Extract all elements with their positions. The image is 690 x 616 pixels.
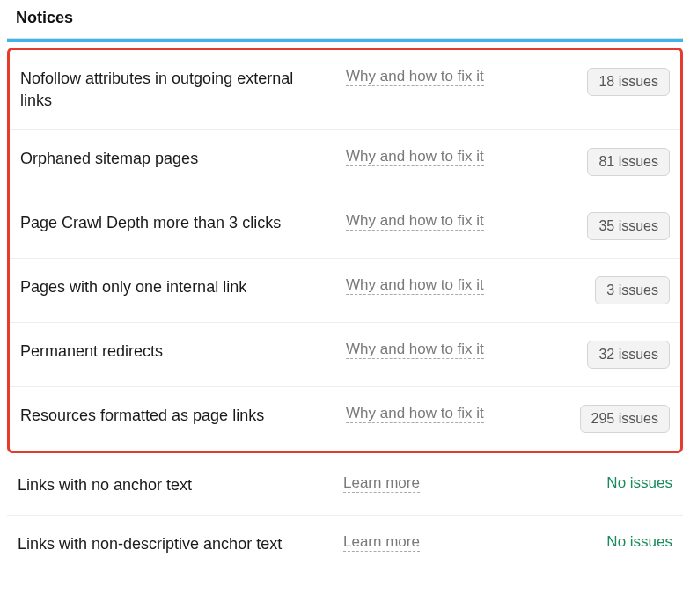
issue-title[interactable]: Nofollow attributes in outgoing external… [20,68,346,112]
issue-count-badge[interactable]: 81 issues [587,148,670,176]
help-link[interactable]: Learn more [343,474,537,492]
help-link[interactable]: Why and how to fix it [346,68,540,85]
issue-title[interactable]: Orphaned sitemap pages [20,148,346,170]
issue-title[interactable]: Pages with only one internal link [20,276,346,298]
help-link[interactable]: Learn more [343,533,537,551]
section-title: Notices [7,9,683,39]
issue-title[interactable]: Permanent redirects [20,341,346,363]
issue-count-badge[interactable]: 18 issues [587,68,670,96]
no-issues-label: No issues [606,474,672,492]
highlighted-issues-box: Nofollow attributes in outgoing external… [7,48,683,453]
issue-row: Links with non-descriptive anchor text L… [7,516,683,573]
issue-row: Resources formatted as page links Why an… [10,387,680,451]
help-link[interactable]: Why and how to fix it [346,405,540,422]
issue-count-badge[interactable]: 3 issues [595,276,670,304]
help-link[interactable]: Why and how to fix it [346,212,540,230]
help-link[interactable]: Why and how to fix it [346,276,540,294]
help-link[interactable]: Why and how to fix it [346,148,540,165]
issue-count-badge[interactable]: 35 issues [587,212,670,240]
issue-count-badge[interactable]: 32 issues [587,341,670,369]
issue-row: Pages with only one internal link Why an… [10,259,680,323]
issue-row: Permanent redirects Why and how to fix i… [10,323,680,387]
accent-bar [7,39,683,42]
issue-title[interactable]: Page Crawl Depth more than 3 clicks [20,212,346,234]
issue-title[interactable]: Links with no anchor text [18,474,343,496]
no-issues-list: Links with no anchor text Learn more No … [7,457,683,572]
issue-title[interactable]: Resources formatted as page links [20,405,346,427]
no-issues-label: No issues [606,533,672,551]
issue-row: Page Crawl Depth more than 3 clicks Why … [10,194,680,259]
issue-row: Nofollow attributes in outgoing external… [10,50,680,130]
issue-title[interactable]: Links with non-descriptive anchor text [18,533,343,555]
help-link[interactable]: Why and how to fix it [346,341,540,358]
issue-count-badge[interactable]: 295 issues [580,405,671,433]
issue-row: Links with no anchor text Learn more No … [7,457,683,515]
issue-row: Orphaned sitemap pages Why and how to fi… [10,130,680,194]
